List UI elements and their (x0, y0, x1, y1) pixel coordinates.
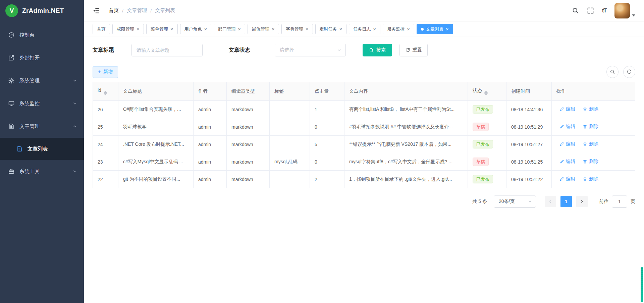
scrollbar-thumb[interactable] (641, 267, 643, 302)
reset-button[interactable]: 重置 (399, 44, 428, 56)
page-number-1[interactable]: 1 (560, 196, 572, 207)
sidebar-item-label: 文章列表 (28, 146, 48, 152)
edit-button[interactable]: 编辑 (559, 141, 575, 147)
delete-button[interactable]: 删除 (583, 124, 598, 130)
cell-created: 08-19 10:51:25 (506, 153, 552, 171)
column-header-content: 文章内容 (344, 82, 468, 101)
close-icon[interactable]: × (238, 27, 241, 32)
sidebar-item-external-open[interactable]: 外部打开 (0, 46, 84, 69)
toolbox-icon (8, 168, 15, 175)
cell-tags: mysql,乱码 (270, 153, 310, 171)
sidebar-item-dashboard[interactable]: 控制台 (0, 24, 84, 46)
tab-user-role[interactable]: 用户角色× (180, 24, 212, 34)
article-title-label: 文章标题 (93, 47, 114, 54)
sidebar-item-article-management[interactable]: 文章管理 (0, 115, 84, 138)
delete-button[interactable]: 删除 (583, 141, 598, 147)
edit-icon (559, 159, 564, 164)
tab-service-monitor[interactable]: 服务监控× (383, 24, 414, 34)
edit-icon (559, 177, 564, 181)
search-button[interactable]: 搜索 (363, 44, 392, 56)
tab-permission-management[interactable]: 权限管理× (112, 24, 144, 34)
delete-button[interactable]: 删除 (583, 176, 598, 182)
cell-created: 08-18 14:41:36 (506, 101, 552, 118)
sidebar-item-system-tools[interactable]: 系统工具 (0, 160, 84, 183)
user-menu[interactable] (614, 3, 635, 18)
close-icon[interactable]: × (272, 27, 275, 32)
cell-title: 羽毛球教学 (118, 118, 194, 136)
cell-created: 08-19 10:51:22 (506, 171, 552, 188)
collapse-sidebar-icon[interactable] (93, 7, 100, 14)
user-avatar[interactable] (614, 3, 630, 18)
sidebar-item-system-management[interactable]: 系统管理 (0, 69, 84, 92)
tab-article-list[interactable]: 文章列表× (417, 24, 453, 34)
cell-tags (270, 136, 310, 153)
toggle-search-button[interactable] (606, 66, 619, 78)
breadcrumb-separator: / (122, 8, 123, 13)
sort-icon[interactable] (104, 91, 107, 95)
delete-button[interactable]: 删除 (583, 159, 598, 165)
tab-bar: 首页 权限管理× 菜单管理× 用户角色× 部门管理× 岗位管理× 字典管理× 定… (84, 21, 644, 37)
sidebar-item-label: 系统管理 (19, 78, 40, 84)
next-page-button[interactable] (576, 196, 588, 207)
cell-clicks: 1 (310, 101, 344, 118)
edit-button[interactable]: 编辑 (559, 159, 575, 165)
close-icon[interactable]: × (137, 27, 140, 32)
breadcrumb-home[interactable]: 首页 (109, 7, 119, 14)
prev-page-button[interactable] (545, 196, 556, 207)
status-badge: 已发布 (473, 140, 493, 148)
topbar: 首页 / 文章管理 / 文章列表 tT (84, 0, 644, 21)
close-icon[interactable]: × (306, 27, 309, 32)
add-button[interactable]: + 新增 (93, 66, 118, 78)
close-icon[interactable]: × (204, 27, 207, 32)
search-icon (610, 69, 615, 75)
article-status-select[interactable]: 请选择 (275, 44, 346, 56)
tab-scheduled-task[interactable]: 定时任务× (315, 24, 347, 34)
breadcrumb: 首页 / 文章管理 / 文章列表 (109, 7, 175, 14)
tab-task-log[interactable]: 任务日志× (349, 24, 380, 34)
chevron-down-icon (337, 48, 341, 52)
breadcrumb-article-management[interactable]: 文章管理 (127, 7, 147, 14)
cell-tags (270, 118, 310, 136)
tab-department-management[interactable]: 部门管理× (214, 24, 245, 34)
tab-home[interactable]: 首页 (93, 24, 110, 34)
cell-tags (270, 171, 310, 188)
cell-actions: 编辑 删除 (552, 101, 635, 118)
edit-button[interactable]: 编辑 (559, 124, 575, 130)
close-icon[interactable]: × (373, 27, 376, 32)
search-icon[interactable] (572, 7, 579, 14)
status-badge: 草稿 (473, 123, 489, 131)
chevron-down-icon (72, 78, 77, 83)
page-size-select[interactable]: 20条/页 (494, 196, 536, 208)
font-size-icon[interactable]: tT (602, 8, 606, 14)
cell-content: 1，找到项目所在目录下的 .git/文件夹，进入.git/... (344, 171, 468, 188)
gear-icon (8, 77, 15, 84)
status-badge: 已发布 (473, 175, 493, 183)
sidebar-item-system-monitor[interactable]: 系统监控 (0, 92, 84, 115)
table-header-row: id 文章标题 作者 编辑器类型 标签 点击量 文章内容 状态 创建时间 操作 (93, 82, 635, 101)
close-icon[interactable]: × (339, 27, 342, 32)
tab-post-management[interactable]: 岗位管理× (248, 24, 279, 34)
close-icon[interactable]: × (170, 27, 173, 32)
close-icon[interactable]: × (407, 27, 410, 32)
cell-status: 草稿 (468, 153, 506, 171)
fullscreen-icon[interactable] (587, 7, 594, 14)
sort-icon[interactable] (484, 91, 488, 95)
edit-button[interactable]: 编辑 (559, 176, 575, 182)
cell-clicks: 0 (310, 118, 344, 136)
sidebar-item-article-list[interactable]: 文章列表 (0, 138, 84, 160)
active-dot-icon (421, 28, 424, 31)
goto-label: 前往 (599, 199, 608, 205)
app-root: V ZrAdmin.NET 控制台 外部打开 系统管理 系统监控 (0, 0, 644, 303)
table-row: 26 C#两个list集合实现关联，... admin markdown 1 有… (93, 101, 635, 118)
tab-menu-management[interactable]: 菜单管理× (146, 24, 178, 34)
cell-author: admin (194, 101, 227, 118)
goto-page-input[interactable] (612, 196, 627, 208)
table-tools (606, 66, 635, 78)
delete-button[interactable]: 删除 (583, 106, 598, 112)
article-title-input[interactable] (131, 44, 203, 56)
refresh-table-button[interactable] (623, 66, 635, 78)
column-header-clicks: 点击量 (310, 82, 344, 101)
edit-button[interactable]: 编辑 (559, 106, 575, 112)
close-icon[interactable]: × (446, 27, 449, 32)
tab-dict-management[interactable]: 字典管理× (281, 24, 313, 34)
